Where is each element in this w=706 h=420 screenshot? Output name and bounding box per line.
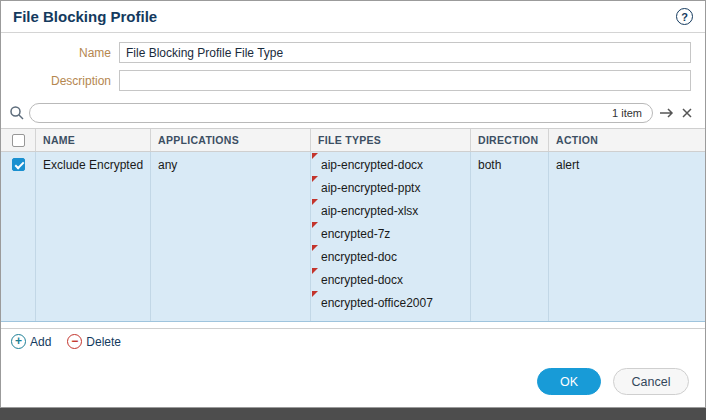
name-row: Name [1, 42, 691, 63]
form-area: Name Description [1, 33, 705, 102]
file-blocking-profile-dialog: File Blocking Profile ? Name Description [0, 0, 706, 408]
description-label: Description [1, 74, 111, 88]
file-type-item: aip-encrypted-xlsx [311, 198, 470, 221]
file-type-item: encrypted-doc [311, 244, 470, 267]
description-input[interactable] [119, 70, 691, 91]
column-header-direction[interactable]: DIRECTION [471, 129, 549, 151]
file-type-item: encrypted-office2007 [311, 290, 470, 313]
override-marker-icon [312, 291, 318, 297]
file-type-value: aip-encrypted-xlsx [321, 204, 418, 218]
spacer [1, 354, 705, 368]
ok-button[interactable]: OK [537, 368, 601, 395]
cancel-button[interactable]: Cancel [613, 368, 689, 395]
filter-bar: 1 item [1, 102, 705, 128]
select-all-cell [1, 129, 36, 151]
table-header: NAME APPLICATIONS FILE TYPES DIRECTION A… [1, 128, 705, 152]
delete-button[interactable]: − Delete [67, 334, 121, 349]
help-icon[interactable]: ? [676, 8, 693, 25]
file-type-value: aip-encrypted-docx [321, 158, 423, 172]
delete-icon: − [67, 334, 82, 349]
file-type-item: encrypted-docx [311, 267, 470, 290]
row-name-cell: Exclude Encrypted [36, 152, 151, 321]
override-marker-icon [312, 222, 318, 228]
override-marker-icon [312, 199, 318, 205]
action-bar: + Add − Delete [1, 328, 705, 354]
column-header-name[interactable]: NAME [36, 129, 151, 151]
name-label: Name [1, 46, 111, 60]
dialog-title: File Blocking Profile [13, 8, 157, 25]
add-button-label: Add [30, 335, 51, 349]
name-input[interactable] [119, 42, 691, 63]
item-count-label: 1 item [612, 107, 642, 119]
add-icon: + [11, 334, 26, 349]
column-header-file-types[interactable]: FILE TYPES [311, 129, 471, 151]
apply-filter-icon[interactable] [659, 107, 675, 119]
screen: File Blocking Profile ? Name Description [0, 0, 706, 420]
file-types-list: aip-encrypted-docxaip-encrypted-pptxaip-… [311, 152, 471, 321]
file-type-value: aip-encrypted-pptx [321, 181, 420, 195]
clear-filter-icon[interactable] [681, 107, 693, 119]
dialog-titlebar: File Blocking Profile ? [1, 1, 705, 33]
row-direction-cell: both [471, 152, 549, 321]
file-type-value: encrypted-docx [321, 273, 403, 287]
dialog-footer: OK Cancel [1, 368, 705, 407]
select-all-checkbox[interactable] [12, 134, 25, 147]
filter-input[interactable] [40, 105, 612, 121]
column-header-action[interactable]: ACTION [549, 129, 705, 151]
filter-pill: 1 item [29, 103, 653, 123]
file-type-item: encrypted-7z [311, 221, 470, 244]
row-applications-cell: any [151, 152, 311, 321]
file-type-value: encrypted-office2007 [321, 296, 433, 310]
description-row: Description [1, 70, 691, 91]
file-type-value: encrypted-7z [321, 227, 390, 241]
override-marker-icon [312, 176, 318, 182]
row-action-cell: alert [549, 152, 705, 321]
delete-button-label: Delete [86, 335, 121, 349]
add-button[interactable]: + Add [11, 334, 51, 349]
column-header-applications[interactable]: APPLICATIONS [151, 129, 311, 151]
override-marker-icon [312, 268, 318, 274]
row-checkbox[interactable] [12, 158, 25, 171]
file-type-value: encrypted-doc [321, 250, 397, 264]
search-icon [9, 105, 25, 121]
file-type-item: aip-encrypted-pptx [311, 175, 470, 198]
override-marker-icon [312, 245, 318, 251]
table-row[interactable]: Exclude Encrypted any aip-encrypted-docx… [1, 152, 705, 322]
file-type-item: aip-encrypted-docx [311, 152, 470, 175]
override-marker-icon [312, 153, 318, 159]
rules-table: NAME APPLICATIONS FILE TYPES DIRECTION A… [1, 128, 705, 322]
row-checkbox-cell [1, 152, 36, 321]
